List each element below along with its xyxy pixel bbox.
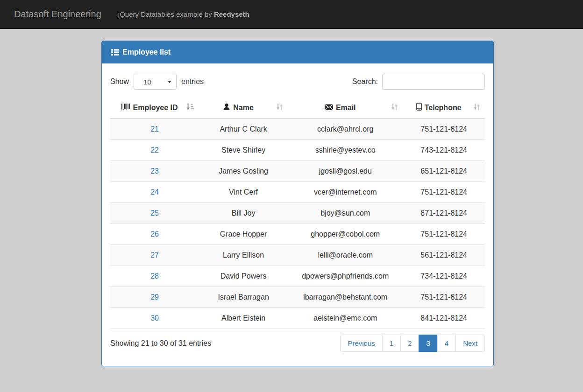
- table-header-row: Employee ID: [110, 97, 485, 119]
- sort-both-icon: [391, 103, 398, 112]
- column-header-employee-id[interactable]: Employee ID: [110, 97, 199, 119]
- navbar-subtitle: jQuery Datatables example by Reedyseth: [118, 10, 249, 18]
- column-header-email[interactable]: Email: [288, 97, 403, 119]
- navbar: Datasoft Engineering jQuery Datatables e…: [0, 0, 583, 29]
- th-list-icon: [111, 49, 119, 56]
- name-cell: Steve Shirley: [199, 140, 288, 161]
- employee-id-link[interactable]: 29: [150, 293, 159, 301]
- email-cell: ibarragan@behstant.com: [288, 287, 403, 308]
- employee-id-link[interactable]: 30: [150, 314, 159, 322]
- phone-cell: 751-121-8124: [403, 224, 485, 245]
- column-label: Telephone: [425, 104, 462, 112]
- column-header-name[interactable]: Name: [199, 97, 288, 119]
- phone-cell: 734-121-8124: [403, 266, 485, 287]
- name-cell: Grace Hopper: [199, 224, 288, 245]
- name-cell: Vint Cerf: [199, 182, 288, 203]
- panel-body: Show 10 entries Search:: [102, 63, 493, 366]
- mobile-icon: [416, 103, 422, 112]
- phone-cell: 751-121-8124: [403, 119, 485, 140]
- name-cell: Larry Ellison: [199, 245, 288, 266]
- entries-label: entries: [181, 77, 204, 86]
- phone-cell: 751-121-8124: [403, 182, 485, 203]
- page-length-control: Show 10 entries: [110, 74, 204, 90]
- name-cell: David Powers: [199, 266, 288, 287]
- employee-id-link[interactable]: 25: [150, 209, 159, 217]
- table-row: 25 Bill Joy bjoy@sun.com 871-121-8124: [110, 203, 485, 224]
- pagination-page-2[interactable]: 2: [401, 335, 419, 352]
- employee-id-link[interactable]: 21: [150, 125, 159, 133]
- table-row: 27 Larry Ellison lelli@oracle.com 561-12…: [110, 245, 485, 266]
- table-row: 28 David Powers dpowers@phpfriends.com 7…: [110, 266, 485, 287]
- name-cell: James Gosling: [199, 161, 288, 182]
- phone-cell: 841-121-8124: [403, 308, 485, 329]
- pagination-previous[interactable]: Previous: [340, 335, 382, 352]
- employee-id-link[interactable]: 28: [150, 272, 159, 280]
- phone-cell: 651-121-8124: [403, 161, 485, 182]
- pagination-page-4[interactable]: 4: [438, 335, 456, 352]
- employee-id-link[interactable]: 24: [150, 188, 159, 196]
- column-label: Name: [233, 104, 254, 112]
- pagination-page-3[interactable]: 3: [419, 335, 437, 352]
- table-controls: Show 10 entries Search:: [110, 74, 485, 90]
- employee-id-link[interactable]: 26: [150, 230, 159, 238]
- panel-title: Employee list: [122, 48, 171, 56]
- entries-select-wrap: 10: [134, 74, 177, 90]
- table-footer: Showing 21 to 30 of 31 entries Previous …: [110, 335, 485, 352]
- panel-heading: Employee list: [102, 41, 493, 63]
- pagination: Previous 1 2 3 4 Next: [340, 335, 485, 352]
- pagination-next[interactable]: Next: [456, 335, 485, 352]
- subtitle-author: Reedyseth: [214, 10, 249, 18]
- table-row: 30 Albert Eistein aeistein@emc.com 841-1…: [110, 308, 485, 329]
- showing-entries-info: Showing 21 to 30 of 31 entries: [110, 339, 211, 348]
- employee-id-link[interactable]: 27: [150, 251, 159, 259]
- barcode-icon: [121, 103, 130, 112]
- employee-table: Employee ID: [110, 97, 485, 329]
- search-control: Search:: [352, 74, 485, 90]
- employee-id-link[interactable]: 22: [150, 146, 159, 154]
- table-row: 21 Arthur C Clark cclark@ahrcl.org 751-1…: [110, 119, 485, 140]
- phone-cell: 751-121-8124: [403, 287, 485, 308]
- show-label: Show: [110, 77, 129, 86]
- table-row: 29 Israel Barragan ibarragan@behstant.co…: [110, 287, 485, 308]
- table-row: 26 Grace Hopper ghopper@cobol.com 751-12…: [110, 224, 485, 245]
- table-row: 22 Steve Shirley sshirle@yestev.co 743-1…: [110, 140, 485, 161]
- phone-cell: 561-121-8124: [403, 245, 485, 266]
- email-cell: jgosli@gosl.edu: [288, 161, 403, 182]
- phone-cell: 871-121-8124: [403, 203, 485, 224]
- name-cell: Albert Eistein: [199, 308, 288, 329]
- email-cell: ghopper@cobol.com: [288, 224, 403, 245]
- phone-cell: 743-121-8124: [403, 140, 485, 161]
- column-header-telephone[interactable]: Telephone: [403, 97, 485, 119]
- column-label: Email: [336, 104, 356, 112]
- email-cell: bjoy@sun.com: [288, 203, 403, 224]
- table-row: 24 Vint Cerf vcer@internet.com 751-121-8…: [110, 182, 485, 203]
- envelope-icon: [325, 104, 333, 112]
- brand-link[interactable]: Datasoft Engineering: [0, 9, 101, 20]
- email-cell: vcer@internet.com: [288, 182, 403, 203]
- email-cell: cclark@ahrcl.org: [288, 119, 403, 140]
- user-icon: [223, 103, 230, 112]
- email-cell: aeistein@emc.com: [288, 308, 403, 329]
- sort-both-icon: [276, 103, 283, 112]
- search-input[interactable]: [382, 74, 485, 90]
- employee-id-link[interactable]: 23: [150, 167, 159, 175]
- pagination-page-1[interactable]: 1: [383, 335, 401, 352]
- table-row: 23 James Gosling jgosli@gosl.edu 651-121…: [110, 161, 485, 182]
- email-cell: sshirle@yestev.co: [288, 140, 403, 161]
- sort-both-icon: [473, 103, 480, 112]
- name-cell: Bill Joy: [199, 203, 288, 224]
- column-label: Employee ID: [133, 104, 178, 112]
- entries-select[interactable]: 10: [134, 74, 177, 90]
- subtitle-prefix: jQuery Datatables example by: [118, 10, 214, 18]
- email-cell: lelli@oracle.com: [288, 245, 403, 266]
- name-cell: Israel Barragan: [199, 287, 288, 308]
- search-label: Search:: [352, 77, 378, 86]
- name-cell: Arthur C Clark: [199, 119, 288, 140]
- employee-panel: Employee list Show 10 entries Search:: [101, 41, 494, 366]
- email-cell: dpowers@phpfriends.com: [288, 266, 403, 287]
- sort-amount-asc-icon: [186, 103, 194, 112]
